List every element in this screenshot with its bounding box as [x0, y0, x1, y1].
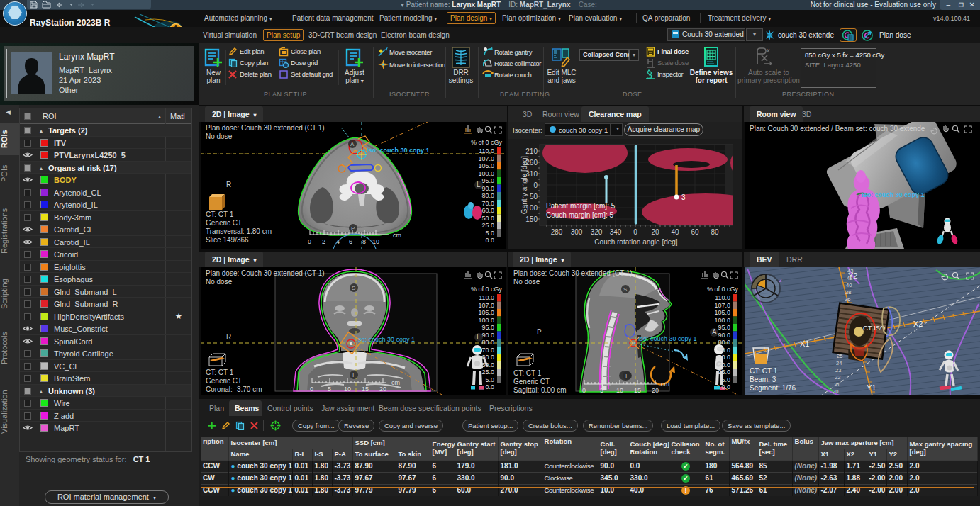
svg-text:105.0: 105.0: [714, 309, 730, 316]
svg-text:Coronal: -3.70 cm: Coronal: -3.70 cm: [206, 386, 262, 393]
svg-text:10: 10: [344, 386, 351, 393]
svg-text:50.0: 50.0: [718, 361, 730, 369]
svg-text:L: L: [477, 333, 481, 341]
svg-text:50.0: 50.0: [481, 361, 494, 369]
svg-text:Patient margin [cm]: 5: Patient margin [cm]: 5: [546, 202, 616, 210]
svg-text:Gantry angle [deg]: Gantry angle [deg]: [520, 156, 528, 214]
svg-text:110.0: 110.0: [715, 294, 730, 301]
svg-text:107.0: 107.0: [478, 302, 494, 309]
svg-text:340: 340: [610, 228, 622, 236]
svg-text:Transversal: 1.80 cm: Transversal: 1.80 cm: [206, 227, 272, 235]
svg-text:Segment: 1/76: Segment: 1/76: [750, 384, 796, 392]
svg-text:0: 0: [633, 228, 637, 236]
svg-text:90.0: 90.0: [481, 185, 494, 192]
svg-text:110.0: 110.0: [479, 147, 494, 154]
svg-text:0.0: 0.0: [485, 383, 494, 390]
svg-text:% of 0 cGy: % of 0 cGy: [471, 139, 503, 146]
svg-text:23: 23: [835, 367, 841, 373]
svg-text:A: A: [712, 328, 717, 336]
svg-text:Iso: couch 30 copy 1: Iso: couch 30 copy 1: [638, 335, 697, 342]
svg-text:25.0: 25.0: [481, 222, 494, 229]
svg-text:cm: cm: [661, 381, 669, 388]
svg-text:80: 80: [711, 228, 719, 236]
svg-text:60.0: 60.0: [481, 207, 494, 214]
svg-text:50: 50: [530, 193, 538, 201]
svg-text:No dose: No dose: [206, 278, 233, 286]
svg-text:80.0: 80.0: [481, 339, 494, 346]
svg-text:P: P: [537, 328, 542, 336]
svg-text:3: 3: [779, 277, 782, 283]
svg-text:36: 36: [845, 296, 850, 303]
svg-text:21: 21: [834, 381, 840, 388]
svg-text:0: 0: [310, 386, 313, 393]
svg-text:100.0: 100.0: [478, 317, 494, 324]
svg-text:2: 2: [322, 238, 325, 245]
svg-text:50.0: 50.0: [481, 215, 494, 222]
svg-text:20: 20: [652, 387, 659, 394]
svg-text:cm: cm: [391, 379, 400, 386]
svg-text:0: 0: [533, 181, 538, 189]
svg-text:80.0: 80.0: [481, 192, 494, 199]
svg-text:95.0: 95.0: [481, 177, 494, 184]
svg-text:22: 22: [835, 374, 840, 381]
svg-text:20: 20: [651, 228, 659, 236]
svg-text:90.0: 90.0: [718, 332, 730, 339]
svg-text:280: 280: [551, 228, 563, 236]
svg-text:24: 24: [836, 360, 842, 366]
svg-text:5.0: 5.0: [485, 230, 494, 237]
svg-text:P: P: [351, 225, 355, 232]
svg-text:100.0: 100.0: [714, 317, 730, 324]
svg-text:42: 42: [847, 275, 852, 281]
svg-text:43: 43: [847, 268, 853, 274]
svg-text:20: 20: [379, 386, 386, 393]
svg-text:R: R: [226, 181, 231, 189]
svg-text:210: 210: [525, 147, 538, 155]
svg-text:6: 6: [349, 238, 352, 245]
svg-text:0: 0: [582, 387, 586, 394]
svg-text:320: 320: [591, 228, 603, 236]
svg-text:Plan dose: Couch 30 extended (: Plan dose: Couch 30 extended (CT 1): [206, 269, 325, 277]
svg-text:Sagittal: 0.00 cm: Sagittal: 0.00 cm: [513, 386, 566, 394]
svg-text:40: 40: [671, 228, 679, 236]
svg-text:Generic CT: Generic CT: [513, 378, 550, 386]
svg-text:60: 60: [691, 228, 699, 236]
svg-text:107.0: 107.0: [714, 302, 730, 309]
svg-text:Generic CT: Generic CT: [206, 219, 242, 227]
svg-text:70.0: 70.0: [718, 347, 730, 354]
svg-text:0.0: 0.0: [721, 383, 730, 390]
svg-text:I: I: [352, 372, 354, 378]
svg-text:Couch rotation angle [deg]: Couch rotation angle [deg]: [594, 238, 678, 246]
svg-text:Generic CT: Generic CT: [206, 377, 242, 385]
svg-text:CT: CT 1: CT: CT 1: [206, 369, 234, 376]
svg-text:Iso: couch 30 copy 1: Iso: couch 30 copy 1: [862, 191, 925, 198]
svg-text:38: 38: [845, 289, 851, 296]
svg-text:25.0: 25.0: [481, 369, 494, 376]
svg-text:107.0: 107.0: [478, 155, 494, 162]
svg-text:100.0: 100.0: [478, 170, 494, 177]
svg-text:I: I: [625, 373, 627, 379]
svg-text:Plan dose: Couch 30 extended (: Plan dose: Couch 30 extended (CT 1): [206, 124, 325, 132]
svg-text:L: L: [477, 181, 481, 189]
svg-text:95.0: 95.0: [481, 324, 494, 331]
svg-text:% of 0 cGy: % of 0 cGy: [471, 286, 503, 293]
svg-text:70.0: 70.0: [481, 347, 494, 354]
svg-text:10: 10: [616, 387, 623, 394]
svg-text:No dose: No dose: [206, 133, 233, 140]
svg-text:cm: cm: [393, 232, 401, 239]
svg-text:x: x: [767, 47, 770, 54]
svg-text:Plan: Couch 30 extended / Beam: Plan: Couch 30 extended / Beam set: couc…: [750, 125, 925, 133]
svg-text:80.0: 80.0: [718, 339, 730, 346]
svg-text:S: S: [352, 285, 355, 291]
svg-text:so: couch 30 copy 1: so: couch 30 copy 1: [358, 336, 415, 343]
svg-text:3: 3: [681, 193, 686, 201]
svg-text:% of 0 cGy: % of 0 cGy: [707, 286, 739, 293]
svg-text:25.0: 25.0: [718, 369, 730, 376]
svg-text:8: 8: [362, 238, 366, 245]
svg-text:Y1: Y1: [867, 383, 876, 392]
svg-text:110.0: 110.0: [479, 294, 494, 301]
svg-text:5.0: 5.0: [485, 376, 494, 383]
svg-text:0: 0: [308, 238, 311, 245]
svg-text:5: 5: [328, 386, 331, 393]
svg-text:15: 15: [634, 387, 641, 394]
svg-text:60.0: 60.0: [718, 354, 730, 361]
